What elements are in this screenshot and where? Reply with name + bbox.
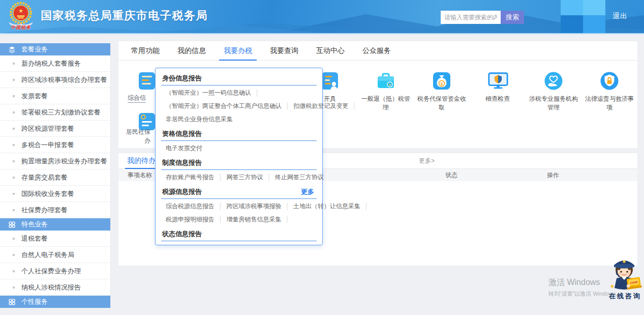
service-card-label: 涉税专业服务机构管理: [529, 95, 578, 112]
sidebar-item[interactable]: 发票套餐: [0, 88, 110, 104]
sidebar-section-header[interactable]: 特色业务: [0, 218, 110, 231]
dropdown-section-header: 资格信息报告: [156, 125, 322, 140]
dropdown-link[interactable]: 综合税源信息报告: [166, 203, 214, 210]
service-card-label: 法律追责与救济事项: [585, 95, 634, 112]
dropdown-divider: [161, 85, 317, 85]
sidebar-item[interactable]: 新办纳税人套餐服务: [0, 55, 110, 72]
logout-button[interactable]: 退出: [612, 12, 628, 21]
tab-2[interactable]: 我要办税: [222, 41, 254, 60]
todo-column-header: 事项名称: [128, 169, 152, 181]
sidebar-section-header[interactable]: 套餐业务: [0, 43, 110, 55]
online-assistant-label: 在线咨询: [605, 292, 644, 301]
link-separator: │: [219, 174, 223, 181]
dropdown-section-title: 制度信息报告: [162, 158, 202, 167]
dropdown-link[interactable]: 土地出（转）让信息采集: [293, 203, 360, 210]
decor-square: [561, 0, 583, 15]
link-separator: │: [219, 203, 223, 210]
dropdown-link-row: （智能开业）两证整合个体工商户信息确认│扣缴税款登记及变更│: [156, 100, 322, 112]
dropdown-link[interactable]: 终止网签三方协议: [275, 174, 324, 181]
logo-caption: 中国税务: [7, 24, 35, 31]
sidebar-item[interactable]: 存量房交易套餐: [0, 169, 110, 186]
dropdown-link[interactable]: （智能开业）一照一码信息确认: [166, 89, 251, 96]
decor-square: [561, 15, 583, 33]
dropdown-link-row: 综合税源信息报告│跨区域涉税事项报验│土地出（转）让信息采集│: [156, 200, 322, 212]
sidebar-item[interactable]: 国际税收业务套餐: [0, 186, 110, 202]
main-tabs: 常用功能我的信息我要办税我要查询互动中心公众服务: [118, 41, 637, 61]
tab-0[interactable]: 常用功能: [129, 41, 162, 60]
dropdown-section-title: 身份信息报告: [162, 74, 202, 83]
sidebar-item[interactable]: 签署银税三方划缴协议套餐: [0, 104, 110, 121]
sidebar-item[interactable]: 退税套餐: [0, 231, 110, 247]
dropdown-more-link[interactable]: 更多: [301, 187, 314, 196]
sidebar-item[interactable]: 跨区域涉税事项综合办理套餐: [0, 72, 110, 88]
sidebar-item[interactable]: 购置增量房涉税业务办理套餐: [0, 153, 110, 169]
link-separator: │: [364, 203, 369, 210]
decor-squares: [561, 0, 605, 33]
todo-column-header: 状态: [445, 169, 457, 181]
svg-text:★: ★: [18, 8, 23, 14]
dropdown-section-header: 税源信息报告更多: [156, 183, 322, 198]
sidebar-item[interactable]: 跨区税源管理套餐: [0, 121, 110, 137]
sidebar-section-label: 个性服务: [21, 297, 48, 306]
tab-3[interactable]: 我要查询: [268, 41, 300, 60]
monitor-shield-icon: [487, 71, 508, 91]
dropdown-link[interactable]: 存款账户账号报告: [166, 174, 214, 181]
dropdown-link-row: 电子发票交付: [156, 142, 322, 154]
sidebar-item[interactable]: 多税合一申报套餐: [0, 137, 110, 153]
tab-1[interactable]: 我的信息: [175, 41, 208, 60]
dropdown-link[interactable]: 电子发票交付: [166, 145, 202, 152]
dropdown-divider: [161, 169, 317, 170]
todo-tab-label: 我的待办: [127, 156, 156, 164]
dropdown-link[interactable]: 扣缴税款登记及变更: [294, 102, 349, 109]
tab-4[interactable]: 互动中心: [314, 41, 347, 60]
sidebar-item[interactable]: 社保费办理套餐: [0, 202, 110, 218]
app-title: 国家税务总局重庆市电子税务局: [41, 8, 208, 23]
resident-social-insurance-label-line2[interactable]: 办: [144, 136, 150, 145]
resident-social-insurance-label-line1[interactable]: 居民社保: [126, 128, 150, 136]
dropdown-link[interactable]: 非居民企业身份信息采集: [166, 116, 233, 123]
sidebar-section-label: 套餐业务: [21, 45, 48, 54]
dropdown-link[interactable]: 增量房销售信息采集: [227, 216, 282, 223]
sidebar-section-header[interactable]: 个性服务: [0, 296, 110, 308]
service-card[interactable]: 稽查检查: [470, 71, 526, 103]
briefcase-icon: ★: [376, 71, 396, 91]
header-search: 搜索: [441, 11, 524, 24]
tab-5[interactable]: 公众服务: [360, 41, 393, 60]
svg-text:¥: ¥: [440, 81, 443, 87]
sidebar-item[interactable]: 纳税人涉税情况报告: [0, 279, 110, 296]
todo-more-link[interactable]: 更多>: [419, 157, 435, 165]
link-separator: │: [267, 174, 271, 181]
comprehensive-info-report-icon[interactable]: [137, 71, 157, 91]
service-card-label: 税务代保管资金收取: [417, 95, 467, 112]
service-card[interactable]: ★一般退（抵）税管理: [358, 71, 414, 112]
sidebar-item[interactable]: 个人社保费业务办理: [0, 263, 110, 279]
sidebar-item[interactable]: 自然人电子税务局: [0, 247, 110, 263]
search-button[interactable]: 搜索: [501, 11, 524, 24]
dropdown-link[interactable]: 网签三方协议: [227, 174, 263, 181]
decor-square: [583, 0, 605, 15]
moneybag-icon: ¥: [432, 71, 452, 91]
dropdown-link-row: 存款账户账号报告│网签三方协议│终止网签三方协议: [156, 171, 322, 183]
comprehensive-info-report-label[interactable]: 综合信: [128, 94, 146, 103]
link-separator: │: [255, 89, 259, 96]
grid-icon: [8, 221, 16, 228]
todo-column-header: 操作: [547, 169, 559, 181]
decor-square: [583, 15, 605, 33]
link-separator: │: [286, 216, 290, 223]
link-separator: │: [286, 203, 290, 210]
service-card[interactable]: ¥税务代保管资金收取: [414, 71, 470, 112]
grid-icon: [8, 298, 16, 306]
dropdown-section-header: 制度信息报告: [156, 154, 322, 169]
search-input[interactable]: [441, 11, 501, 24]
dropdown-divider: [161, 198, 317, 199]
dropdown-link[interactable]: 跨区域涉税事项报验: [227, 203, 282, 210]
tax-mascot-icon: 12366: [606, 254, 644, 291]
service-card[interactable]: 法律追责与救济事项: [581, 71, 637, 112]
dropdown-link[interactable]: （智能开业）两证整合个体工商户信息确认: [166, 102, 282, 109]
online-assistant[interactable]: 12366 在线咨询: [605, 254, 644, 301]
dropdown-link[interactable]: 税源申报明细报告: [166, 216, 214, 223]
service-card[interactable]: 涉税专业服务机构管理: [526, 71, 581, 112]
link-separator: │: [286, 102, 290, 109]
layers-icon: [8, 46, 16, 53]
hand-heart-icon: [543, 71, 564, 91]
